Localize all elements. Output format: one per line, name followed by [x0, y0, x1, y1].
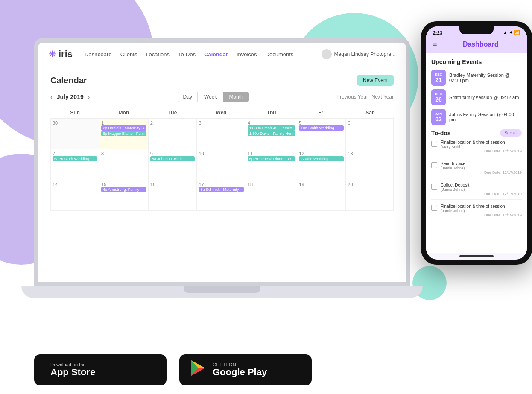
todo-item-4: Finalize location & time of session (Jam…: [431, 204, 522, 221]
col-mon: Mon: [99, 107, 149, 119]
event-text-3: Johns Family Session @ 04:00 pm: [449, 112, 522, 122]
nav-user: Megan Lindsay Photogra...: [322, 49, 395, 59]
user-name: Megan Lindsay Photogra...: [334, 51, 395, 57]
iris-logo-star: ✳: [49, 49, 56, 59]
laptop-base-notch: [184, 286, 260, 293]
col-sun: Sun: [51, 107, 99, 119]
event-pill: 4e Armstrong, Family: [101, 187, 146, 192]
current-month: July 2019: [57, 93, 84, 100]
todo-checkbox-2[interactable]: [431, 162, 437, 168]
browser-content: ✳ iris Dashboard Clients Locations To-Do…: [38, 43, 406, 282]
event-month-1: Dec: [435, 73, 442, 76]
app-store-button[interactable]: Download on the App Store: [34, 354, 167, 385]
todo-title-3: Collect Deposit: [441, 183, 522, 187]
event-pill: 2p Daniels - Maternity S: [101, 125, 146, 131]
event-date-badge-1: Dec 21: [431, 70, 446, 86]
cal-cell[interactable]: 18: [246, 180, 297, 211]
google-play-name: Google Play: [213, 367, 267, 377]
store-buttons: Download on the App Store GET IT ON Goog…: [34, 354, 312, 385]
month-nav: ‹ July 2019 ›: [50, 93, 90, 100]
phone-mockup: 2:23 ▲ ✦ 📶 ≡ Dashboard Upcoming Events D…: [421, 21, 532, 265]
month-view-btn[interactable]: Month: [223, 92, 248, 102]
col-sat: Sat: [346, 107, 394, 119]
next-year-btn[interactable]: Next Year: [371, 94, 394, 100]
next-month-arrow[interactable]: ›: [88, 93, 90, 100]
nav-dashboard[interactable]: Dashboard: [85, 51, 112, 58]
view-toggle: Day Week Month: [178, 92, 249, 102]
nav-invoices[interactable]: Invoices: [237, 51, 257, 58]
todo-checkbox-3[interactable]: [431, 184, 437, 190]
week-view-btn[interactable]: Week: [199, 92, 222, 102]
prev-month-arrow[interactable]: ‹: [50, 93, 53, 100]
google-play-button[interactable]: GET IT ON Google Play: [179, 354, 312, 385]
cal-cell[interactable]: 10: [197, 149, 246, 180]
calendar-title: Calendar: [50, 76, 87, 85]
iris-logo: ✳ iris: [49, 49, 73, 60]
todo-due-3: Due Date: 12/17/2019: [441, 192, 522, 196]
phone-notch: [459, 26, 494, 34]
cal-cell[interactable]: 17 8a Schmidt - Maternity: [197, 180, 246, 211]
cal-cell[interactable]: 20: [346, 180, 394, 211]
event-text-1: Bradley Maternity Session @ 02:30 pm: [449, 73, 522, 83]
event-pill: 11:30a Fresh 45 - James: [248, 125, 295, 131]
menu-icon[interactable]: ≡: [433, 41, 437, 48]
todo-checkbox-1[interactable]: [431, 141, 437, 147]
phone-screen: 2:23 ▲ ✦ 📶 ≡ Dashboard Upcoming Events D…: [426, 26, 527, 260]
cal-cell[interactable]: 5 10e Smith Wedding: [297, 119, 346, 149]
cal-cell[interactable]: 12 Gradie Wedding: [297, 149, 346, 180]
col-thu: Thu: [246, 107, 297, 119]
event-pill: 8a Schmidt - Maternity: [199, 187, 243, 192]
cal-cell[interactable]: 11 6p Rehearsal Dinner - O: [246, 149, 297, 180]
phone-home-bar: [459, 255, 494, 257]
google-play-text: GET IT ON Google Play: [213, 362, 267, 377]
day-view-btn[interactable]: Day: [178, 92, 198, 102]
cal-cell[interactable]: 19: [297, 180, 346, 211]
cal-cell[interactable]: 8: [99, 149, 149, 180]
event-date-badge-2: Dec 26: [431, 89, 446, 105]
cal-cell[interactable]: 4 11:30a Fresh 45 - James 1:30p Davis - …: [246, 119, 297, 149]
todo-title-2: Send Invoice: [441, 161, 522, 166]
phone-header: ≡ Dashboard: [426, 37, 527, 53]
nav-documents[interactable]: Documents: [266, 51, 294, 58]
prev-year-btn[interactable]: Previous Year: [336, 94, 368, 100]
iris-logo-text: iris: [58, 49, 73, 60]
todo-person-3: (Jamie Johns): [441, 187, 522, 192]
cal-cell[interactable]: 13: [346, 149, 394, 180]
iris-nav: ✳ iris Dashboard Clients Locations To-Do…: [38, 43, 406, 66]
event-month-3: Jan: [435, 112, 442, 116]
new-event-button[interactable]: New Event: [357, 75, 394, 86]
table-row: 30 1 2p Daniels - Maternity S 6p Maggie …: [51, 119, 394, 149]
todo-item-3: Collect Deposit (Jamie Johns) Due Date: …: [431, 183, 522, 200]
cal-cell[interactable]: 15 4e Armstrong, Family: [99, 180, 149, 211]
todo-checkbox-4[interactable]: [431, 205, 437, 211]
cal-cell[interactable]: 3: [197, 119, 246, 149]
nav-clients[interactable]: Clients: [120, 51, 137, 58]
cal-cell[interactable]: 7 6a Horvath Wedding: [51, 149, 99, 180]
nav-calendar[interactable]: Calendar: [204, 51, 228, 58]
nav-todos[interactable]: To-Dos: [178, 51, 196, 58]
calendar-section: Calendar New Event ‹ July 2019 › Day Wee…: [38, 66, 406, 282]
nav-locations[interactable]: Locations: [146, 51, 170, 58]
phone-status-icons: ▲ ✦ 📶: [503, 30, 520, 35]
cal-cell[interactable]: 9 8a Johnson, Birth: [148, 149, 197, 180]
see-all-button[interactable]: See all: [500, 129, 522, 137]
calendar-header: Calendar New Event: [50, 75, 394, 86]
phone-dashboard-title: Dashboard: [441, 41, 520, 48]
event-text-2: Smith family session @ 09:12 am: [449, 95, 519, 100]
cal-cell[interactable]: 2: [148, 119, 197, 149]
cal-cell[interactable]: 14: [51, 180, 99, 211]
cal-cell[interactable]: 6: [346, 119, 394, 149]
app-store-name: App Store: [50, 367, 95, 377]
laptop-mockup: ✳ iris Dashboard Clients Locations To-Do…: [34, 38, 427, 307]
event-date-badge-3: Jan 02: [431, 109, 446, 125]
cal-cell[interactable]: 16: [148, 180, 197, 211]
todo-item-2: Send Invoice (Jamie Johns) Due Date: 12/…: [431, 161, 522, 178]
todo-title-4: Finalize location & time of session: [441, 204, 522, 209]
calendar-controls: ‹ July 2019 › Day Week Month Previous Ye…: [50, 92, 394, 102]
event-pill: 1:30p Davis - Family Hom: [248, 131, 295, 136]
cal-cell[interactable]: 1 2p Daniels - Maternity S 6p Maggie Ela…: [99, 119, 149, 149]
event-pill: 10e Smith Wedding: [299, 125, 344, 131]
calendar-grid: Sun Mon Tue Wed Thu Fri Sat 30 1: [50, 107, 394, 211]
event-month-2: Dec: [435, 92, 442, 96]
cal-cell[interactable]: 30: [51, 119, 99, 149]
